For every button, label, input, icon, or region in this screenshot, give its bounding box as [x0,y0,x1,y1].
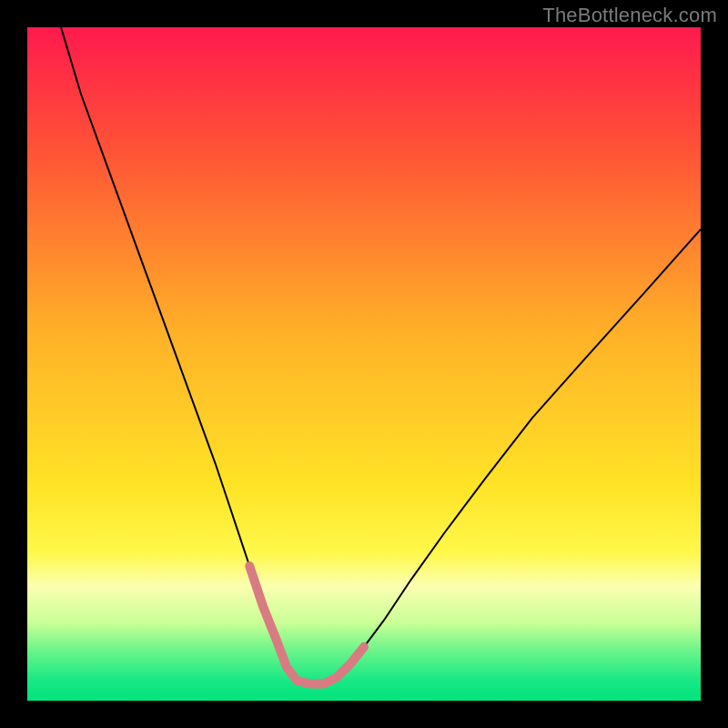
watermark-text: TheBottleneck.com [542,4,717,27]
chart-frame: { "watermark": "TheBottleneck.com", "cha… [0,0,728,728]
bottleneck-chart [27,27,701,701]
chart-background [27,27,701,701]
